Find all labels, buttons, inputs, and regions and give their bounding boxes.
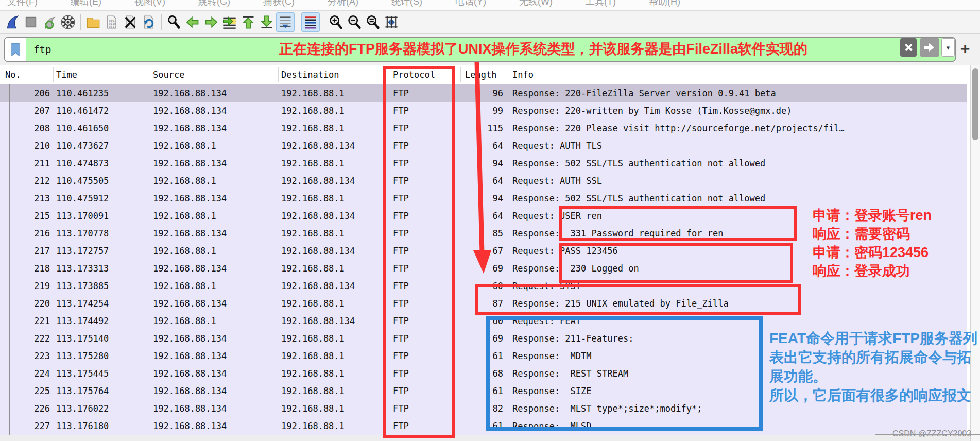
table-row[interactable]: 213 110.475912 192.168.88.134 192.168.88… [0,190,967,207]
table-row[interactable]: 220 113.174254 192.168.88.134 192.168.88… [0,295,967,312]
menu-item[interactable]: 工具(T) [586,0,616,8]
cell-no: 217 [0,246,50,256]
filter-add-button[interactable]: + [957,35,973,62]
menu-item[interactable]: 电话(Y) [455,0,486,8]
filter-apply-button[interactable] [920,38,939,57]
cell-time: 113.174492 [56,316,109,326]
horizontal-scrollbar-strip[interactable] [0,435,970,441]
table-row[interactable]: 207 110.461472 192.168.88.134 192.168.88… [0,102,967,120]
column-header-protocol[interactable]: Protocol [393,70,435,80]
column-header-no[interactable]: No. [5,70,21,80]
cell-source: 192.168.88.134 [153,193,227,203]
menu-item[interactable]: 捕获(C) [263,0,295,8]
colorize-packets-icon[interactable] [301,12,320,32]
cell-time: 113.170091 [56,211,109,221]
cell-protocol: FTP [393,298,409,309]
cell-source: 192.168.88.134 [153,263,227,274]
menu-item[interactable]: 文件(F) [7,0,38,8]
cell-info: Request: USER ren [512,211,602,221]
cell-protocol: FTP [393,211,409,221]
menu-item[interactable]: 统计(S) [391,0,422,8]
column-divider[interactable] [278,67,279,82]
cell-destination: 192.168.88.1 [281,403,345,414]
column-divider[interactable] [53,67,54,82]
menu-item[interactable]: 无线(W) [519,0,553,8]
cell-no: 219 [0,281,50,291]
start-capture-icon[interactable] [3,12,22,32]
annotation-line: 响应：登录成功 [813,262,932,280]
filter-bookmark-button[interactable] [5,38,26,61]
table-row[interactable]: 227 113.176180 192.168.88.134 192.168.88… [0,417,967,435]
table-row[interactable]: 221 113.174492 192.168.88.1 192.168.88.1… [0,312,967,330]
cell-length: 60 [443,281,503,291]
close-file-icon[interactable] [121,12,140,32]
column-divider[interactable] [460,67,461,82]
column-header-source[interactable]: Source [153,70,184,80]
column-header-info[interactable]: Info [512,70,534,80]
table-row[interactable]: 206 110.461235 192.168.88.134 192.168.88… [0,84,967,102]
restart-capture-icon[interactable] [40,12,59,32]
cell-no: 210 [0,141,50,151]
table-row[interactable]: 210 110.473627 192.168.88.1 192.168.88.1… [0,137,967,155]
resize-columns-icon[interactable] [382,12,401,32]
menu-item[interactable]: 跳转(G) [198,0,230,8]
cell-no: 222 [0,333,50,344]
auto-scroll-icon[interactable] [276,12,295,32]
cell-length: 94 [443,158,503,168]
column-divider[interactable] [150,67,150,82]
save-file-icon[interactable]: 010101100111 [102,12,121,32]
capture-options-icon[interactable] [59,12,77,32]
table-row[interactable]: 208 110.461650 192.168.88.134 192.168.88… [0,120,967,137]
cell-time: 110.461235 [56,88,109,98]
reload-file-icon[interactable] [140,12,158,32]
cell-no: 215 [0,211,50,221]
cell-destination: 192.168.88.134 [281,211,355,221]
cell-destination: 192.168.88.1 [281,421,345,431]
scrollbar-thumb[interactable] [972,68,978,140]
stop-capture-icon[interactable] [22,12,40,32]
table-row[interactable]: 211 110.474873 192.168.88.134 192.168.88… [0,155,967,172]
go-last-icon[interactable] [257,12,276,32]
watermark-text: CSDN @ZZZCY2003 [892,429,971,438]
cell-length: 61 [443,386,503,396]
cell-destination: 192.168.88.1 [281,193,345,203]
table-row[interactable]: 212 110.475505 192.168.88.1 192.168.88.1… [0,172,967,190]
annotation-line: 展功能。 [769,367,977,386]
column-header-destination[interactable]: Destination [281,70,339,80]
go-to-packet-icon[interactable] [220,12,239,32]
cell-time: 113.175140 [56,333,109,344]
zoom-in-icon[interactable] [326,12,345,32]
cell-time: 113.176180 [56,421,109,431]
cell-no: 220 [0,298,50,309]
cell-destination: 192.168.88.1 [281,106,345,116]
zoom-out-icon[interactable] [345,12,364,32]
menu-item[interactable]: 编辑(E) [71,0,101,8]
cell-protocol: FTP [393,386,409,396]
open-file-icon[interactable] [84,12,102,32]
cell-time: 110.474873 [56,158,109,168]
annotation-line: 申请：登录账号ren [813,206,932,225]
go-back-icon[interactable] [183,12,202,32]
column-divider[interactable] [383,67,383,82]
find-packet-icon[interactable] [165,12,183,32]
go-forward-icon[interactable] [202,12,220,32]
menu-item[interactable]: 分析(A) [328,0,358,8]
go-first-icon[interactable] [239,12,257,32]
column-header-length[interactable]: Length [465,70,496,80]
cell-source: 192.168.88.134 [153,158,227,168]
blue-annotation-notes: FEAT命令用于请求FTP服务器列 表出它支持的所有拓展命令与拓 展功能。 所以… [769,329,977,405]
cell-length: 82 [443,403,503,414]
menu-item[interactable]: 帮助(H) [649,0,680,8]
column-header-time[interactable]: Time [56,70,77,80]
cell-protocol: FTP [393,106,409,116]
filter-clear-button[interactable] [900,38,917,57]
cell-info: Request: AUTH TLS [512,141,602,151]
cell-protocol: FTP [393,368,409,379]
filter-dropdown-button[interactable]: ▾ [941,38,955,57]
cell-info: Request: AUTH SSL [512,176,602,186]
cell-source: 192.168.88.1 [153,141,216,151]
menu-item[interactable]: 视图(V) [134,0,165,8]
filter-value[interactable]: ftp [33,44,51,55]
column-divider[interactable] [509,67,509,82]
zoom-reset-icon[interactable] [364,12,382,32]
